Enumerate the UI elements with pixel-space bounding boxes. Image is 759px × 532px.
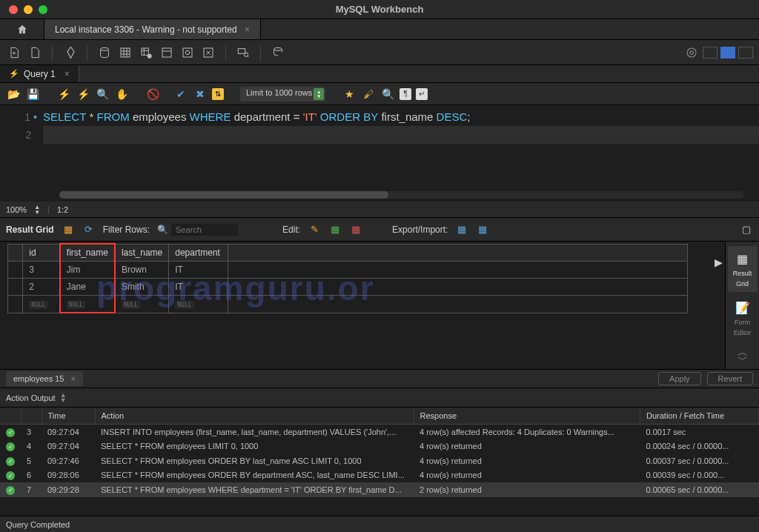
gutter: 1• 2 bbox=[0, 105, 43, 202]
close-result-tab[interactable]: × bbox=[71, 374, 76, 383]
action-output-label[interactable]: Action Output bbox=[6, 393, 56, 402]
zoom-bar: 100% ▲▼ | 1:2 bbox=[0, 202, 759, 218]
action-column-header[interactable] bbox=[0, 408, 21, 425]
query-tab-label: Query 1 bbox=[24, 69, 56, 79]
db-proc-icon[interactable] bbox=[179, 44, 196, 61]
action-column-header[interactable]: Action bbox=[95, 408, 414, 425]
refresh-icon[interactable]: ⟳ bbox=[82, 223, 96, 236]
connection-tab-label: Local instance 3306 - Warning - not supp… bbox=[55, 24, 237, 35]
table-row[interactable]: 2JaneSmithIT bbox=[8, 279, 688, 296]
edit-row-icon[interactable]: ✎ bbox=[308, 223, 321, 236]
result-area: programguru.or idfirst_namelast_namedepa… bbox=[0, 242, 759, 369]
home-tab[interactable] bbox=[0, 19, 44, 39]
db-table-icon[interactable] bbox=[117, 44, 133, 61]
pin-icon[interactable]: ▢ bbox=[740, 223, 753, 236]
import-icon[interactable]: ▦ bbox=[476, 223, 489, 236]
explain-icon[interactable]: 🔍 bbox=[95, 87, 110, 102]
db-refresh-icon[interactable] bbox=[270, 44, 286, 61]
favorite-icon[interactable]: ★ bbox=[342, 87, 357, 102]
result-tab[interactable]: employees 15 × bbox=[6, 371, 83, 386]
execute-icon[interactable]: ⚡ bbox=[56, 87, 71, 102]
commit-icon[interactable]: ✔ bbox=[173, 87, 188, 102]
status-ok-icon: ✓ bbox=[0, 482, 21, 497]
layout-right-panel[interactable] bbox=[738, 47, 753, 59]
editor-scrollbar[interactable] bbox=[59, 191, 744, 199]
open-sql-file-icon[interactable] bbox=[27, 44, 43, 61]
zoom-window-button[interactable] bbox=[39, 5, 47, 14]
svg-point-9 bbox=[244, 53, 248, 56]
layout-left-panel[interactable] bbox=[703, 47, 717, 59]
revert-button[interactable]: Revert bbox=[707, 372, 753, 385]
close-window-button[interactable] bbox=[9, 5, 18, 14]
zoom-stepper[interactable]: ▲▼ bbox=[34, 205, 40, 215]
column-header[interactable]: last_name bbox=[115, 244, 169, 262]
column-header[interactable]: id bbox=[23, 244, 60, 262]
limit-select[interactable]: Limit to 1000 rows ▲▼ bbox=[240, 87, 325, 102]
side-tab[interactable]: ▦ResultGrid bbox=[728, 246, 758, 292]
connection-tab[interactable]: Local instance 3306 - Warning - not supp… bbox=[44, 19, 261, 39]
table-row[interactable]: 3JimBrownIT bbox=[8, 262, 688, 279]
result-toolbar: Result Grid ▦ ⟳ Filter Rows: 🔍 Edit: ✎ ▦… bbox=[0, 218, 759, 242]
minimize-window-button[interactable] bbox=[24, 5, 33, 14]
autocommit-icon[interactable]: ⇅ bbox=[212, 88, 224, 100]
invisibles-icon[interactable]: ¶ bbox=[400, 88, 411, 100]
db-schema-icon[interactable] bbox=[96, 44, 113, 61]
db-view-icon[interactable] bbox=[159, 44, 175, 61]
svg-rect-8 bbox=[238, 48, 245, 53]
side-tabs: ▦ResultGrid📝FormEditor︿﹀ bbox=[725, 242, 759, 369]
delete-row-icon[interactable]: ▦ bbox=[349, 223, 362, 236]
rollback-icon[interactable]: ✖ bbox=[193, 87, 208, 102]
action-column-header[interactable]: Duration / Fetch Time bbox=[640, 408, 759, 425]
add-row-icon[interactable]: ▦ bbox=[328, 223, 342, 236]
export-icon[interactable]: ▦ bbox=[455, 223, 468, 236]
search-input[interactable] bbox=[171, 224, 238, 236]
code-area[interactable]: SELECT * FROM employees WHERE department… bbox=[43, 105, 759, 202]
close-tab-icon[interactable]: × bbox=[245, 24, 250, 35]
action-output-header: Action Output ▲▼ bbox=[0, 388, 759, 408]
action-row[interactable]: ✓609:28:06SELECT * FROM employees ORDER … bbox=[0, 468, 759, 483]
save-file-icon[interactable]: 💾 bbox=[25, 87, 40, 102]
settings-icon[interactable] bbox=[683, 44, 700, 61]
action-column-header[interactable] bbox=[21, 408, 42, 425]
layout-bottom-panel[interactable] bbox=[720, 47, 735, 59]
beautify-icon[interactable]: 🖌 bbox=[361, 87, 376, 102]
sql-editor[interactable]: 1• 2 SELECT * FROM employees WHERE depar… bbox=[0, 105, 759, 202]
side-tab-nav[interactable]: ︿﹀ bbox=[738, 348, 748, 363]
db-add-table-icon[interactable] bbox=[138, 44, 154, 61]
apply-button[interactable]: Apply bbox=[658, 372, 701, 385]
action-row[interactable]: ✓409:27:04SELECT * FROM employees LIMIT … bbox=[0, 439, 759, 454]
grid-icon: ▦ bbox=[735, 250, 751, 267]
stop-icon[interactable]: ✋ bbox=[114, 87, 129, 102]
status-bar: Query Completed bbox=[0, 516, 759, 532]
svg-point-10 bbox=[274, 47, 282, 50]
find-icon[interactable]: 🔍 bbox=[380, 87, 395, 102]
db-func-icon[interactable] bbox=[200, 44, 216, 61]
grid-view-icon[interactable]: ▦ bbox=[62, 223, 75, 236]
action-row[interactable]: ✓309:27:04INSERT INTO employees (first_n… bbox=[0, 425, 759, 439]
open-file-icon[interactable]: 📂 bbox=[6, 87, 21, 102]
main-toolbar bbox=[0, 40, 759, 65]
no-limit-icon[interactable]: 🚫 bbox=[145, 87, 160, 102]
traffic-lights bbox=[0, 5, 47, 14]
result-grid[interactable]: idfirst_namelast_namedepartment 3JimBrow… bbox=[0, 242, 715, 369]
new-sql-file-icon[interactable] bbox=[6, 44, 22, 61]
form-icon: 📝 bbox=[735, 299, 751, 316]
edit-label: Edit: bbox=[282, 225, 300, 235]
action-column-header[interactable]: Time bbox=[42, 408, 95, 425]
db-search-icon[interactable] bbox=[235, 44, 251, 61]
action-output-dropdown[interactable]: ▲▼ bbox=[60, 393, 67, 403]
svg-point-0 bbox=[101, 47, 109, 50]
action-column-header[interactable]: Response bbox=[414, 408, 640, 425]
query-tab[interactable]: ⚡ Query 1 × bbox=[0, 65, 79, 82]
table-row-null[interactable]: NULLNULLNULLNULL bbox=[8, 296, 688, 313]
action-row[interactable]: ✓509:27:46SELECT * FROM employees ORDER … bbox=[0, 453, 759, 468]
wrap-icon[interactable]: ↵ bbox=[416, 88, 428, 100]
close-query-tab[interactable]: × bbox=[64, 69, 70, 79]
next-panel-arrow[interactable]: ▶ bbox=[715, 256, 723, 268]
action-row[interactable]: ✓709:29:28SELECT * FROM employees WHERE … bbox=[0, 482, 759, 497]
side-tab[interactable]: 📝FormEditor bbox=[728, 295, 758, 341]
column-header[interactable]: department bbox=[169, 244, 228, 262]
execute-current-icon[interactable]: ⚡ bbox=[76, 87, 90, 102]
column-header[interactable]: first_name bbox=[60, 244, 115, 262]
inspector-icon[interactable] bbox=[62, 44, 78, 61]
